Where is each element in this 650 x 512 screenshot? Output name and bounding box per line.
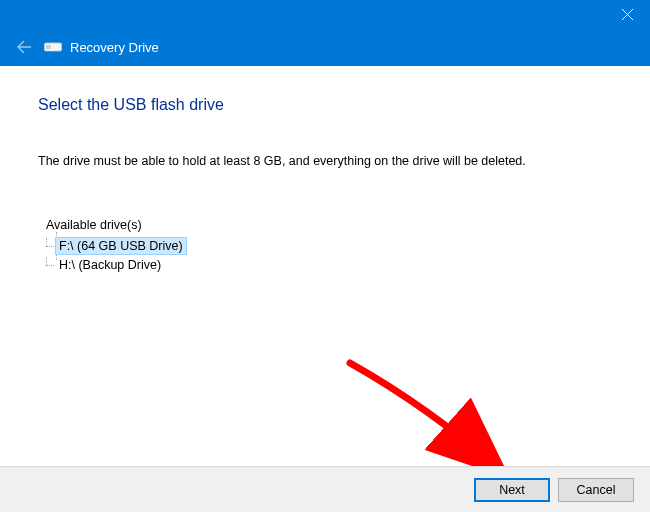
back-button[interactable] <box>14 37 34 57</box>
footer: Next Cancel <box>0 466 650 512</box>
header: Recovery Drive <box>0 28 650 66</box>
content-area: Select the USB flash drive The drive mus… <box>0 66 650 274</box>
drive-icon <box>44 40 62 54</box>
drive-item-h[interactable]: H:\ (Backup Drive) <box>56 257 164 273</box>
titlebar <box>0 0 650 28</box>
back-arrow-icon <box>16 39 32 55</box>
drives-section: Available drive(s) F:\ (64 GB USB Drive)… <box>46 218 612 274</box>
page-title: Select the USB flash drive <box>38 96 612 114</box>
drive-item-f[interactable]: F:\ (64 GB USB Drive) <box>56 238 186 254</box>
close-button[interactable] <box>604 0 650 28</box>
instruction-text: The drive must be able to hold at least … <box>38 154 612 168</box>
svg-rect-3 <box>46 45 51 49</box>
close-icon <box>622 9 633 20</box>
next-button[interactable]: Next <box>474 478 550 502</box>
drives-label: Available drive(s) <box>46 218 612 232</box>
cancel-button[interactable]: Cancel <box>558 478 634 502</box>
header-title: Recovery Drive <box>70 40 159 55</box>
drive-tree: F:\ (64 GB USB Drive) H:\ (Backup Drive) <box>56 236 612 274</box>
